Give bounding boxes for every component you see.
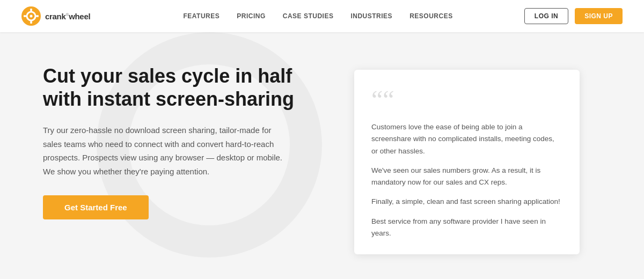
login-button[interactable]: LOG IN [524, 8, 568, 24]
nav-resources[interactable]: RESOURCES [409, 12, 453, 20]
hero-subtitle: Try our zero-hassle no download screen s… [43, 123, 290, 178]
logo-text: crank®wheel [45, 12, 90, 21]
hero-left: Cut your sales cycle in half with instan… [43, 64, 322, 219]
nav-industries[interactable]: INDUSTRIES [350, 12, 392, 20]
testimonial-section: ““ Customers love the ease of being able… [354, 64, 580, 254]
svg-rect-5 [24, 15, 26, 17]
cta-button[interactable]: Get Started Free [43, 195, 149, 219]
testimonial-item-4: Best service from any software provider … [371, 216, 562, 240]
nav-links: FEATURES PRICING CASE STUDIES INDUSTRIES… [112, 12, 524, 20]
svg-rect-3 [30, 9, 32, 11]
hero-title: Cut your sales cycle in half with instan… [43, 64, 322, 111]
testimonial-item-3: Finally, a simple, clean and fast screen… [371, 196, 562, 208]
signup-button[interactable]: SIGN UP [575, 8, 623, 24]
svg-rect-6 [36, 15, 39, 17]
nav-case-studies[interactable]: CASE STUDIES [283, 12, 334, 20]
logo[interactable]: crank®wheel [21, 6, 90, 26]
svg-point-2 [30, 15, 33, 18]
main-content: Cut your sales cycle in half with instan… [0, 32, 644, 276]
quote-icon: ““ [371, 87, 562, 113]
testimonial-item-2: We've seen our sales numbers grow. As a … [371, 165, 562, 189]
testimonial-item-1: Customers love the ease of being able to… [371, 121, 562, 157]
nav-pricing[interactable]: PRICING [237, 12, 266, 20]
svg-rect-4 [30, 21, 32, 24]
nav-actions: LOG IN SIGN UP [524, 8, 623, 24]
testimonial-card: ““ Customers love the ease of being able… [354, 70, 580, 254]
nav-features[interactable]: FEATURES [183, 12, 219, 20]
navbar: crank®wheel FEATURES PRICING CASE STUDIE… [0, 0, 644, 32]
logo-icon [21, 6, 41, 26]
